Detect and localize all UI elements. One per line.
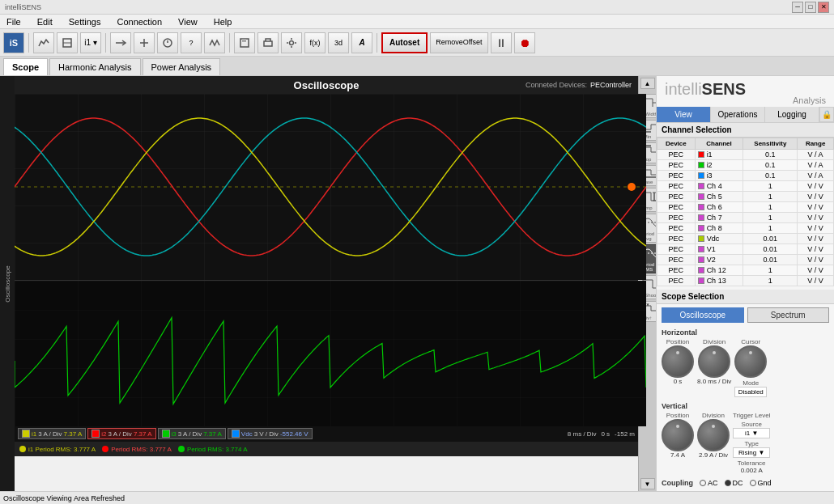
ch-channel-name: Ch 5 bbox=[707, 193, 722, 201]
coupling-dc-radio[interactable] bbox=[725, 480, 731, 486]
ch-sensitivity: 0.1 bbox=[743, 160, 798, 171]
toolbar-icon-2[interactable] bbox=[57, 32, 78, 53]
h-division-knob[interactable] bbox=[698, 345, 730, 378]
tab-harmonic[interactable]: Harmonic Analysis bbox=[49, 58, 140, 75]
channel-row[interactable]: PEC i2 0.1 V / A bbox=[657, 160, 834, 171]
horizontal-controls: Horizontal Position 0 s Division 8.0 ms … bbox=[657, 326, 834, 400]
tab-operations[interactable]: Operations bbox=[711, 107, 765, 122]
scope-left-panel: Oscilloscope bbox=[0, 76, 15, 491]
v-type-value[interactable]: Rising ▼ bbox=[733, 447, 770, 458]
close-button[interactable]: ✕ bbox=[818, 2, 829, 13]
tab-power[interactable]: Power Analysis bbox=[143, 58, 221, 75]
ch-range: V / V bbox=[798, 234, 834, 244]
is-logo-button[interactable]: iS bbox=[3, 32, 24, 53]
toolbar-icon-4[interactable] bbox=[134, 32, 155, 53]
v-tolerance-label: Tolerance bbox=[733, 460, 770, 467]
toolbar: iS i1 ▾ ? f(x) bbox=[0, 29, 834, 57]
tab-view[interactable]: View bbox=[657, 107, 711, 122]
h-mode-value[interactable]: Disabled bbox=[734, 387, 767, 397]
tab-scope[interactable]: Scope bbox=[3, 58, 48, 75]
menu-settings[interactable]: Settings bbox=[66, 17, 104, 27]
ch-channel-name: V2 bbox=[707, 256, 716, 264]
menu-view[interactable]: View bbox=[175, 17, 201, 27]
channel-row[interactable]: PEC Ch 6 1 V / V bbox=[657, 202, 834, 213]
channel-row[interactable]: PEC Ch 8 1 V / V bbox=[657, 223, 834, 234]
h-position-group: Position 0 s bbox=[662, 338, 694, 385]
ch-device: PEC bbox=[657, 202, 696, 213]
h-mode-label: Mode bbox=[734, 379, 767, 387]
channel-row[interactable]: PEC i3 0.1 V / A bbox=[657, 171, 834, 181]
channel-row[interactable]: PEC Ch 7 1 V / V bbox=[657, 213, 834, 223]
minimize-button[interactable]: ─ bbox=[792, 2, 803, 13]
h-position-knob[interactable] bbox=[662, 345, 694, 378]
right-panel-inner: Channel Selection Device Channel Sensiti… bbox=[657, 123, 834, 491]
toolbar-icon-5[interactable] bbox=[157, 32, 178, 53]
coupling-label: Coupling bbox=[662, 479, 693, 487]
coupling-dc[interactable]: DC bbox=[725, 479, 743, 487]
v-position-knob[interactable] bbox=[662, 419, 694, 451]
toolbar-save[interactable] bbox=[234, 32, 255, 53]
ch-i2-div: 3 A / Div bbox=[109, 430, 132, 438]
autoset-button[interactable]: Autoset bbox=[381, 32, 428, 53]
channel-row[interactable]: PEC Vdc 0.01 V / V bbox=[657, 234, 834, 244]
maximize-button[interactable]: □ bbox=[805, 2, 816, 13]
ch-channel-cell: i1 bbox=[695, 150, 743, 160]
channel-row[interactable]: PEC Ch 5 1 V / V bbox=[657, 192, 834, 202]
ch-i3-info: i3 3 A / Div 7.37 A bbox=[158, 428, 226, 439]
tab-logging[interactable]: Logging bbox=[765, 107, 819, 122]
menu-file[interactable]: File bbox=[3, 17, 24, 27]
record-button[interactable]: ⏺ bbox=[514, 32, 535, 53]
toolbar-print[interactable] bbox=[257, 32, 279, 53]
period-i2-dot bbox=[102, 446, 109, 452]
toolbar-icon-7[interactable] bbox=[204, 32, 225, 53]
lock-button[interactable]: 🔒 bbox=[819, 107, 834, 122]
spectrum-select-btn[interactable]: Spectrum bbox=[747, 307, 830, 323]
coupling-gnd-radio[interactable] bbox=[750, 480, 756, 486]
ch-i1-value: 7.37 A bbox=[64, 430, 83, 438]
pause-button[interactable]: ⏸ bbox=[491, 32, 512, 53]
menu-help[interactable]: Help bbox=[211, 17, 236, 27]
ch-i3-color bbox=[162, 430, 170, 438]
toolbar-3d[interactable]: 3d bbox=[328, 32, 349, 53]
status-bar: Oscilloscope Viewing Area Refreshed bbox=[0, 491, 834, 504]
channel-row[interactable]: PEC i1 0.1 V / A bbox=[657, 150, 834, 160]
v-source-value[interactable]: i1 ▼ bbox=[733, 428, 770, 438]
coupling-gnd[interactable]: Gnd bbox=[750, 479, 772, 487]
scroll-up-arrow[interactable]: ▲ bbox=[640, 78, 655, 89]
remove-offset-button[interactable]: Remove Offset bbox=[430, 32, 487, 53]
channel-row[interactable]: PEC Ch 4 1 V / V bbox=[657, 181, 834, 192]
svg-rect-20 bbox=[15, 281, 646, 426]
ch-device: PEC bbox=[657, 192, 696, 202]
channel-row[interactable]: PEC V2 0.01 V / V bbox=[657, 255, 834, 265]
channel-row[interactable]: PEC Ch 13 1 V / V bbox=[657, 276, 834, 286]
period-i1: i1 Period RMS: 3.777 A bbox=[19, 446, 96, 453]
toolbar-fx[interactable]: f(x) bbox=[304, 32, 326, 53]
menu-connection[interactable]: Connection bbox=[113, 17, 165, 27]
toolbar-a[interactable]: A bbox=[351, 32, 372, 53]
toolbar-settings[interactable] bbox=[281, 32, 302, 53]
horizontal-knobs: Position 0 s Division 8.0 ms / Div Curso… bbox=[662, 338, 829, 397]
ch-device: PEC bbox=[657, 171, 696, 181]
channel-row[interactable]: PEC Ch 12 1 V / V bbox=[657, 265, 834, 276]
toolbar-icon-1[interactable] bbox=[33, 32, 54, 53]
ch-color-indicator bbox=[698, 277, 704, 284]
period-i1-text: i1 Period RMS: 3.777 A bbox=[28, 446, 96, 453]
coupling-ac-radio[interactable] bbox=[700, 480, 706, 486]
vertical-knobs: Position 7.4 A Division 2.9 A / Div Trig… bbox=[662, 412, 829, 474]
channel-row[interactable]: PEC V1 0.01 V / V bbox=[657, 244, 834, 255]
oscilloscope-select-btn[interactable]: Oscilloscope bbox=[662, 307, 744, 323]
ch-color-indicator bbox=[698, 267, 704, 273]
toolbar-icon-3[interactable] bbox=[110, 32, 131, 53]
v-division-knob[interactable] bbox=[697, 419, 730, 451]
coupling-ac[interactable]: AC bbox=[700, 479, 718, 487]
h-cursor-knob[interactable] bbox=[734, 345, 767, 378]
ch-range: V / V bbox=[798, 202, 834, 213]
coupling-dc-label: DC bbox=[733, 479, 743, 487]
menu-edit[interactable]: Edit bbox=[34, 17, 56, 27]
toolbar-ch-select[interactable]: i1 ▾ bbox=[80, 32, 101, 53]
ch-channel-name: Vdc bbox=[707, 235, 720, 243]
ch-channel-cell: Ch 13 bbox=[695, 276, 743, 286]
ch-range: V / V bbox=[798, 276, 834, 286]
scroll-down-arrow[interactable]: ▼ bbox=[640, 478, 655, 489]
toolbar-icon-6[interactable]: ? bbox=[181, 32, 202, 53]
